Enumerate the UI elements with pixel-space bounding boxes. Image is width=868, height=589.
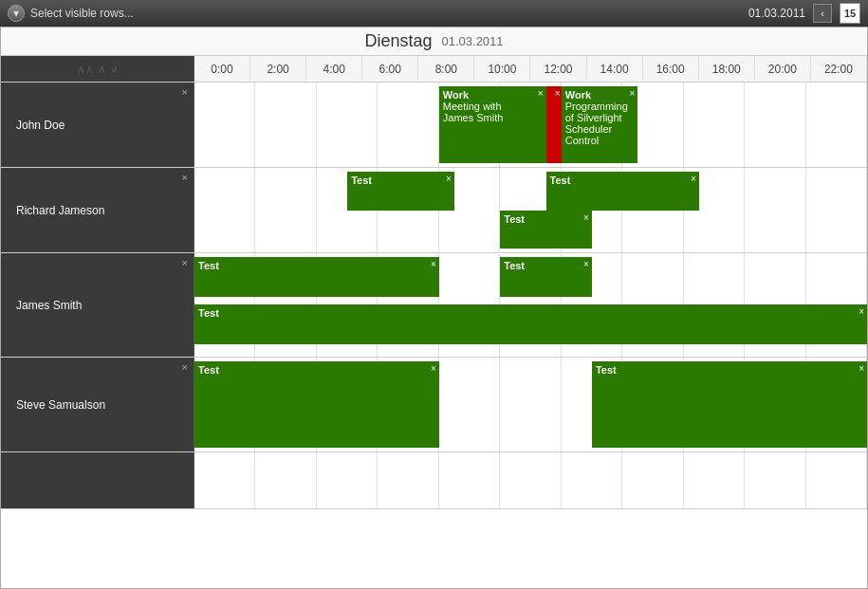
time-8: 8:00 [418,56,474,82]
event-title: Test [198,260,426,271]
close-james-test1[interactable]: × [431,259,436,269]
time-header-cells: 0:00 2:00 4:00 6:00 8:00 10:00 12:00 14:… [194,56,867,82]
event-title: Test [504,213,579,225]
close-event-john-prog[interactable]: × [629,88,635,99]
arrows-control: ∧∧ ∧ ∨ [75,61,120,78]
row-john-doe: × John Doe [1,83,867,168]
row-empty [1,452,867,509]
day-header: Dienstag 01.03.2011 [1,28,867,56]
scroll-up-button[interactable]: ∧ [96,61,108,78]
tg-cell [194,83,255,167]
tg-cell [317,83,378,167]
close-john-doe[interactable]: × [182,86,188,98]
content-john-doe: × Work Meeting with James Smith × × Work… [194,83,867,167]
tg-cell [378,83,438,167]
name-james-smith: James Smith [16,299,82,312]
time-2: 2:00 [250,56,306,82]
day-date: 01.03.2011 [441,34,503,48]
time-4: 4:00 [306,56,362,82]
calendar-number[interactable]: 15 [840,3,860,24]
close-event-john-red[interactable]: × [555,88,561,99]
content-richard-jameson: × Test × Test × Test [194,168,867,252]
event-subtitle: Meeting with James Smith [443,101,533,123]
time-10: 10:00 [474,56,530,82]
time-12: 12:00 [530,56,586,82]
time-22: 22:00 [811,56,867,82]
tg-cell [255,83,316,167]
time-0: 0:00 [194,56,250,82]
schedule: × John Doe [1,83,867,588]
close-richard-test1[interactable]: × [446,174,452,184]
prev-nav-button[interactable]: ‹ [813,4,832,23]
event-richard-test2[interactable]: × Test [546,172,699,211]
event-title: Test [351,175,441,186]
event-james-test-big[interactable]: × Test [194,304,867,344]
row-steve-samualson: × Steve Samualson × Test [1,358,867,452]
close-event-john-work-meeting[interactable]: × [538,88,544,99]
close-richard-test3[interactable]: × [583,212,589,223]
time-18: 18:00 [699,56,755,82]
topbar: ▾ Select visible rows... 01.03.2011 ‹ 15 [0,0,868,27]
name-richard-jameson: Richard Jameson [16,204,104,217]
time-header-row: ∧∧ ∧ ∨ 0:00 2:00 4:00 6:00 8:00 10:00 12… [1,56,867,83]
time-header-label-col: ∧∧ ∧ ∨ [1,56,194,82]
scroll-up-up-button[interactable]: ∧∧ [75,61,96,78]
label-richard-jameson: × Richard Jameson [1,168,194,252]
label-james-smith: × James Smith [1,253,194,357]
time-grid-empty [194,452,867,508]
time-6: 6:00 [362,56,418,82]
time-20: 20:00 [755,56,811,82]
tg-cell [684,83,745,167]
close-steve[interactable]: × [182,361,188,373]
event-john-work-meeting[interactable]: × Work Meeting with James Smith [439,86,546,163]
row-james-smith: × James Smith × Test [1,253,867,358]
close-steve-test2[interactable]: × [859,363,864,374]
event-subtitle-prog: Programming of Silverlight Scheduler Con… [565,101,625,146]
event-title: Test [504,260,579,271]
event-title-prog: Work [565,89,625,101]
content-james-smith: × Test × Test × Test [194,253,867,357]
event-john-work-prog[interactable]: × Work Programming of Silverlight Schedu… [562,86,638,163]
tg-cell [745,83,805,167]
day-name: Dienstag [364,31,432,51]
name-steve-samualson: Steve Samualson [16,398,105,412]
event-title: Work [443,89,533,101]
time-14: 14:00 [587,56,643,82]
event-steve-test1[interactable]: × Test [194,361,439,448]
content-empty [194,452,867,508]
event-title: Test [550,175,686,186]
event-richard-test1[interactable]: × Test [347,172,454,211]
close-steve-test1[interactable]: × [431,363,436,374]
close-james-big[interactable]: × [859,306,864,317]
event-richard-test3[interactable]: × Test [500,211,592,249]
content-steve-samualson: × Test × Test [194,358,867,451]
topbar-left: ▾ Select visible rows... [8,5,134,22]
tg-cell [806,83,867,167]
event-title: Test [198,364,426,376]
label-steve-samualson: × Steve Samualson [1,358,194,451]
close-james-test2[interactable]: × [583,259,589,269]
name-john-doe: John Doe [16,119,65,132]
select-rows-label[interactable]: Select visible rows... [30,7,134,20]
event-james-test1[interactable]: × Test [194,257,439,297]
event-james-test2[interactable]: × Test [500,257,592,297]
close-richard-test2[interactable]: × [691,174,696,184]
main-container: Dienstag 01.03.2011 ∧∧ ∧ ∨ 0:00 2:00 4:0… [0,27,868,589]
event-steve-test2[interactable]: × Test [592,361,867,448]
label-john-doe: × John Doe [1,83,194,167]
topbar-right: 01.03.2011 ‹ 15 [748,3,860,24]
event-title: Test [198,307,854,319]
close-richard[interactable]: × [182,172,188,183]
close-james[interactable]: × [182,257,188,268]
dropdown-icon[interactable]: ▾ [8,5,25,22]
time-16: 16:00 [643,56,699,82]
label-empty [1,452,194,508]
current-date: 01.03.2011 [748,7,805,20]
scroll-down-button[interactable]: ∨ [108,61,120,78]
event-title: Test [596,364,854,376]
row-richard-jameson: × Richard Jameson × Test [1,168,867,253]
